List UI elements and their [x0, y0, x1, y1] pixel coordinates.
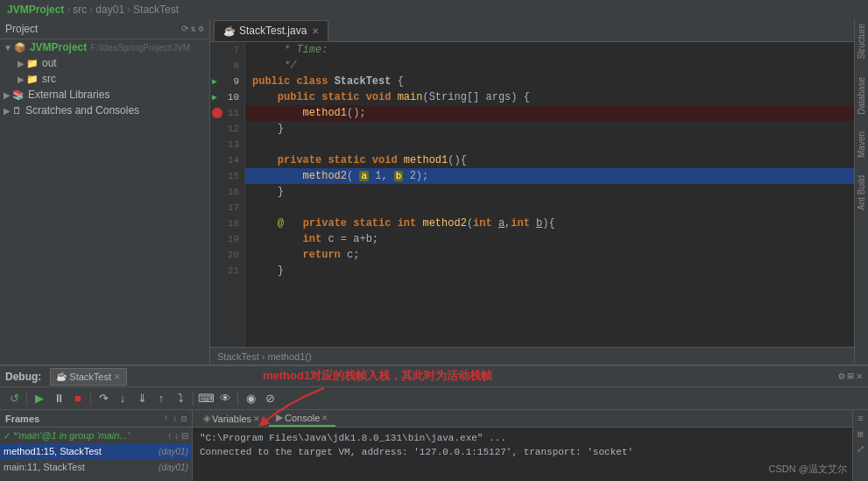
frames-list: ✓ *'main'@1 in group 'main...' ↑ ↓ ⊟ met…: [0, 428, 192, 481]
debug-label: Debug:: [5, 371, 41, 383]
external-label: External Libraries: [28, 88, 109, 101]
frame-name-method1: method1:15, StackTest: [4, 446, 156, 456]
step-into-button[interactable]: ↓: [114, 390, 131, 407]
code-area[interactable]: * Time: */ public class StackTest { publ…: [245, 42, 856, 347]
scratch-arrow-icon: ▶: [4, 106, 11, 116]
sync-icon[interactable]: ⟳: [181, 24, 188, 34]
frames-up-icon[interactable]: ↑: [164, 414, 169, 423]
tab-close-icon[interactable]: ✕: [312, 26, 319, 36]
gear-icon[interactable]: ⚙: [199, 24, 204, 34]
tab-variables[interactable]: ◈ Variables ✕: [196, 411, 267, 427]
step-out-button[interactable]: ↑: [152, 390, 170, 407]
scratch-icon: 🗒: [12, 105, 22, 116]
debug-arrow-9-icon: ▶: [212, 76, 217, 87]
code-line-14: private static void method1(){: [245, 152, 856, 168]
ext-arrow-icon: ▶: [4, 90, 11, 100]
close-debug-icon[interactable]: ✕: [857, 370, 863, 383]
sidebar-toolbar: ⟳ ⇅ ⚙: [181, 24, 204, 34]
step-over-button[interactable]: ↷: [95, 390, 112, 407]
toolbar-separator-2: [90, 392, 91, 406]
thread-up-icon[interactable]: ↑: [167, 431, 172, 441]
line-num-17: 17: [210, 200, 244, 216]
settings-gear-icon[interactable]: ⚙: [838, 370, 844, 383]
src-folder-icon: 📁: [26, 74, 39, 85]
drb-lines-icon[interactable]: ≡: [854, 412, 868, 426]
main-layout: Project ⟳ ⇅ ⚙ ▼ 📦 JVMProject F:\IdeaSpri…: [0, 19, 868, 364]
editor-tab-stacktest[interactable]: ☕ StackTest.java ✕: [214, 20, 328, 41]
line-num-12: 12: [210, 121, 244, 137]
thread-item[interactable]: ✓ *'main'@1 in group 'main...' ↑ ↓ ⊟: [0, 428, 192, 443]
layout-icon[interactable]: ⊞: [848, 370, 854, 383]
console-output[interactable]: "C:\Program Files\Java\jdk1.8.0_131\bin\…: [193, 428, 852, 481]
breadcrumb-bar: StackTest › method1(): [210, 347, 868, 364]
tab-console[interactable]: ▶ Console ✕: [269, 411, 335, 427]
toolbar-separator-4: [237, 392, 238, 406]
frame-item-main[interactable]: main:11, StackTest (day01): [0, 459, 192, 475]
right-debug-tabs-row: ◈ Variables ✕ ▶ Console ✕: [193, 410, 852, 428]
toolbar-separator-1: [26, 392, 27, 406]
debug-right-tools: ≡ ⊞ ⤢: [852, 410, 868, 481]
drb-expand-icon[interactable]: ⤢: [854, 442, 868, 456]
ant-build-label[interactable]: Ant Build: [857, 175, 866, 210]
force-step-button[interactable]: ⇓: [133, 390, 151, 407]
line-num-18: 18: [210, 216, 244, 231]
database-label[interactable]: Database: [857, 77, 866, 115]
code-line-12: }: [245, 121, 856, 137]
debug-tab-stacktest[interactable]: ☕ StackTest ✕: [50, 368, 127, 386]
eval-button[interactable]: ⌨: [197, 390, 215, 407]
mute-button[interactable]: ⊘: [261, 390, 279, 407]
resume-button[interactable]: ▶: [31, 390, 48, 407]
tree-item-scratches[interactable]: ▶ 🗒 Scratches and Consoles: [0, 103, 209, 118]
code-line-20: return c;: [245, 247, 856, 263]
debug-panel: Debug: ☕ StackTest ✕ ⚙ ⊞ ✕ ↺ ▶ ⏸ ■ ↷ ↓ ⇓…: [0, 364, 868, 481]
tree-item-out[interactable]: ▶ 📁 out: [0, 55, 209, 71]
code-line-7: * Time:: [245, 42, 856, 58]
folder-icon: 📁: [26, 58, 39, 69]
breadcrumb-text: StackTest › method1(): [217, 351, 312, 362]
line-num-7: 7: [210, 42, 244, 58]
tree-item-jvmproject[interactable]: ▼ 📦 JVMProject F:\IdeaSpringProject\JVM: [0, 39, 209, 55]
code-line-10: public static void main(String[] args) {: [245, 89, 856, 105]
collapse-icon[interactable]: ⇅: [191, 24, 196, 34]
breakpoints-button[interactable]: ◉: [242, 390, 259, 407]
debug-tab-close-icon[interactable]: ✕: [114, 372, 121, 381]
debug-toolbar: ↺ ▶ ⏸ ■ ↷ ↓ ⇓ ↑ ⤵ ⌨ 👁 ◉ ⊘: [0, 387, 868, 410]
tree-item-src[interactable]: ▶ 📁 src: [0, 71, 209, 87]
run-to-cursor-button[interactable]: ⤵: [172, 390, 189, 407]
maven-label[interactable]: Maven: [857, 131, 866, 158]
console-line-1: "C:\Program Files\Java\jdk1.8.0_131\bin\…: [200, 431, 845, 445]
jvmproject-label: JVMProject: [30, 41, 87, 53]
console-line-2: Connected to the target VM, address: '12…: [200, 445, 845, 459]
structure-label[interactable]: Structure: [857, 24, 866, 60]
line-num-16: 16: [210, 184, 244, 200]
thread-filter-icon[interactable]: ⊟: [181, 431, 188, 441]
line-num-11: 11: [210, 105, 244, 121]
line-num-10: ▶ 10: [210, 89, 244, 105]
module-icon: 📦: [14, 42, 26, 53]
title-day01: day01: [95, 4, 124, 16]
drb-split-icon[interactable]: ⊞: [854, 427, 868, 441]
tree-item-external[interactable]: ▶ 📚 External Libraries: [0, 87, 209, 103]
line-num-8: 8: [210, 58, 244, 74]
debug-arrow-10-icon: ▶: [212, 92, 217, 103]
pause-button[interactable]: ⏸: [50, 390, 67, 407]
lib-icon: 📚: [12, 89, 25, 101]
frames-down-icon[interactable]: ↓: [173, 414, 178, 423]
stop-button[interactable]: ■: [69, 390, 87, 407]
thread-down-icon[interactable]: ↓: [174, 431, 179, 441]
java-file-icon: ☕: [223, 25, 236, 37]
variables-icon: ◈: [203, 413, 210, 424]
debug-header-row: Debug: ☕ StackTest ✕ ⚙ ⊞ ✕: [0, 366, 868, 387]
sidebar-header: Project ⟳ ⇅ ⚙: [0, 19, 209, 39]
title-project: JVMProject: [7, 4, 64, 16]
title-src: src: [73, 4, 87, 16]
frames-filter-icon[interactable]: ⊟: [181, 414, 187, 424]
line-num-21: 21: [210, 263, 244, 279]
frame-item-method1[interactable]: method1:15, StackTest (day01): [0, 443, 192, 459]
watch-button[interactable]: 👁: [216, 390, 234, 407]
restart-debug-button[interactable]: ↺: [5, 390, 23, 407]
debug-tab-label: StackTest: [69, 371, 111, 382]
code-line-18: @ private static int method2(int a,int b…: [245, 216, 856, 231]
breakpoint-icon[interactable]: [212, 108, 222, 118]
title-class: StackTest: [133, 4, 179, 16]
